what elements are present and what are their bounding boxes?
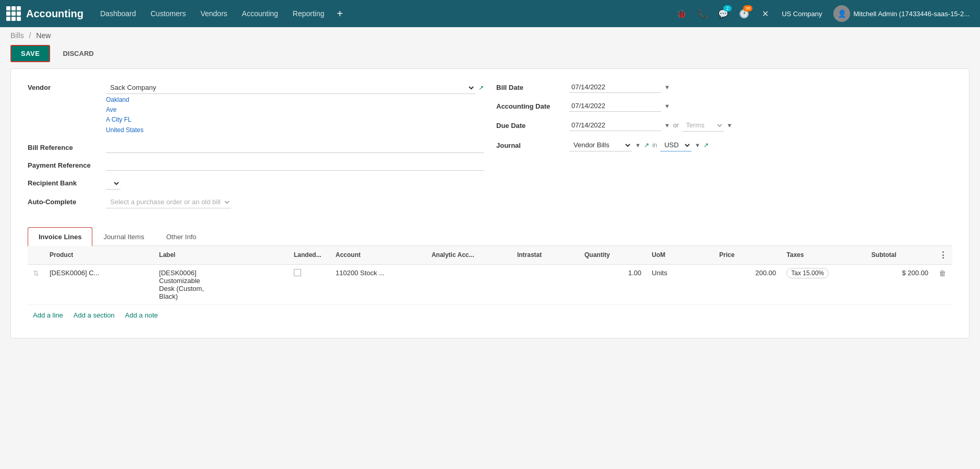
payment-ref-input[interactable] (106, 159, 484, 171)
form-card: Vendor Sack Company ↗ Oakland Ave A City… (10, 68, 970, 338)
add-section-link[interactable]: Add a section (74, 311, 115, 319)
vendor-value: Sack Company ↗ Oakland Ave A City FL Uni… (106, 81, 484, 135)
col-header-subtotal[interactable]: Subtotal (866, 246, 934, 265)
currency-arrow-icon[interactable]: ▼ (695, 142, 700, 148)
nav-accounting[interactable]: Accounting (236, 0, 284, 27)
tab-invoice-lines[interactable]: Invoice Lines (28, 227, 92, 246)
payment-ref-row: Payment Reference (28, 159, 484, 171)
nav-vendors[interactable]: Vendors (194, 0, 233, 27)
currency-select[interactable]: USD (660, 139, 691, 151)
terms-select[interactable]: Terms (682, 119, 724, 132)
journal-label: Journal (496, 142, 569, 149)
form-right: Bill Date ▼ Accounting Date ▼ Due Date (496, 81, 952, 215)
col-header-price[interactable]: Price (714, 246, 781, 265)
user-menu[interactable]: 👤 Mitchell Admin (17433446-saas-15-2... (829, 5, 974, 22)
nav-customers[interactable]: Customers (145, 0, 193, 27)
nav-reporting[interactable]: Reporting (286, 0, 331, 27)
journal-select[interactable]: Vendor Bills (569, 139, 632, 151)
accounting-date-value: ▼ (569, 100, 952, 112)
table-more-icon[interactable]: ⋮ (939, 251, 947, 260)
breadcrumb: Bills / New (0, 27, 980, 42)
auto-complete-row: Auto-Complete Select a purchase order or… (28, 196, 484, 208)
recipient-bank-row: Recipient Bank (28, 177, 484, 190)
table-row: ⇅ [DESK0006] C... [DESK0006] Customizabl… (28, 264, 952, 304)
recipient-bank-label: Recipient Bank (28, 177, 106, 187)
row-landed[interactable] (289, 264, 330, 304)
payment-ref-value (106, 159, 484, 171)
row-label[interactable]: [DESK0006] Customizable Desk (Custom, Bl… (154, 264, 289, 304)
row-account[interactable]: 110200 Stock ... (330, 264, 426, 304)
col-header-intrastat[interactable]: Intrastat (512, 246, 579, 265)
breadcrumb-parent[interactable]: Bills (10, 31, 24, 40)
row-quantity[interactable]: 1.00 (579, 264, 647, 304)
tab-journal-items[interactable]: Journal Items (92, 227, 155, 246)
col-header-taxes[interactable]: Taxes (781, 246, 866, 265)
col-header-product[interactable]: Product (44, 246, 154, 265)
chat-icon-button[interactable]: 💬 2 (714, 4, 733, 23)
currency-ext-link-icon[interactable]: ↗ (703, 142, 709, 149)
save-button[interactable]: SAVE (10, 45, 50, 62)
add-note-link[interactable]: Add a note (125, 311, 158, 319)
delete-row-icon[interactable]: 🗑 (939, 269, 946, 277)
vendor-address: Oakland Ave A City FL United States (106, 95, 484, 135)
app-title: Accounting (26, 8, 83, 20)
row-uom[interactable]: Units (647, 264, 714, 304)
accounting-date-input[interactable] (569, 100, 661, 112)
vendor-row: Vendor Sack Company ↗ Oakland Ave A City… (28, 81, 484, 135)
discard-button[interactable]: DISCARD (56, 46, 100, 61)
col-header-uom[interactable]: UoM (647, 246, 714, 265)
company-selector[interactable]: US Company (776, 10, 827, 18)
col-header-label[interactable]: Label (154, 246, 289, 265)
chat-badge: 2 (723, 5, 732, 11)
nav-icons: 🐞 📞 💬 2 🕐 38 ✕ US Company 👤 Mitchell Adm… (672, 4, 974, 23)
col-header-actions[interactable]: ⋮ (934, 246, 952, 265)
due-date-arrow-icon[interactable]: ▼ (664, 122, 670, 128)
row-taxes[interactable]: Tax 15.00% (781, 264, 866, 304)
auto-complete-select[interactable]: Select a purchase order or an old bill (106, 196, 231, 208)
recipient-bank-value (106, 177, 484, 190)
row-price[interactable]: 200.00 (714, 264, 781, 304)
phone-icon-button[interactable]: 📞 (693, 4, 712, 23)
accounting-date-arrow-icon[interactable]: ▼ (664, 103, 670, 109)
landed-checkbox[interactable] (294, 269, 301, 276)
tab-other-info[interactable]: Other Info (155, 227, 207, 246)
journal-input-group: Vendor Bills ▼ ↗ in USD ▼ ↗ (569, 139, 709, 151)
due-date-label: Due Date (496, 122, 569, 130)
due-date-input[interactable] (569, 120, 661, 131)
journal-value: Vendor Bills ▼ ↗ in USD ▼ ↗ (569, 139, 952, 151)
col-header-landed[interactable]: Landed... (289, 246, 330, 265)
add-line-link[interactable]: Add a line (33, 311, 63, 319)
bill-date-arrow-icon[interactable]: ▼ (664, 84, 670, 90)
row-analytic[interactable] (426, 264, 512, 304)
row-intrastat[interactable] (512, 264, 579, 304)
row-label-line3: Desk (Custom, (159, 285, 283, 292)
tax-badge[interactable]: Tax 15.00% (786, 268, 829, 278)
recipient-bank-select[interactable] (106, 177, 121, 190)
vendor-ext-link-icon[interactable]: ↗ (479, 84, 484, 91)
bug-icon-button[interactable]: 🐞 (672, 4, 691, 23)
bill-ref-row: Bill Reference (28, 142, 484, 153)
nav-dashboard[interactable]: Dashboard (94, 0, 142, 27)
col-header-account[interactable]: Account (330, 246, 426, 265)
clock-icon-button[interactable]: 🕐 38 (735, 4, 754, 23)
bill-ref-input[interactable] (106, 142, 484, 153)
top-nav: Accounting Dashboard Customers Vendors A… (0, 0, 980, 27)
bill-date-input[interactable] (569, 81, 661, 93)
grid-icon[interactable] (6, 6, 21, 21)
vendor-select[interactable]: Sack Company (106, 81, 475, 94)
bill-date-label: Bill Date (496, 84, 569, 91)
col-header-quantity[interactable]: Quantity (579, 246, 647, 265)
accounting-date-row: Accounting Date ▼ (496, 100, 952, 112)
close-icon-button[interactable]: ✕ (756, 4, 774, 23)
journal-arrow-icon[interactable]: ▼ (635, 142, 641, 148)
row-handle[interactable]: ⇅ (28, 264, 44, 304)
row-subtotal: $ 200.00 (866, 264, 934, 304)
journal-ext-link-icon[interactable]: ↗ (644, 142, 649, 149)
terms-arrow-icon[interactable]: ▼ (727, 122, 733, 128)
journal-row: Journal Vendor Bills ▼ ↗ in USD ▼ ↗ (496, 139, 952, 151)
vendor-addr-line3: A City FL (106, 115, 484, 125)
row-product[interactable]: [DESK0006] C... (44, 264, 154, 304)
col-header-analytic[interactable]: Analytic Acc... (426, 246, 512, 265)
vendor-addr-line1: Oakland (106, 95, 484, 105)
nav-add-button[interactable]: + (333, 0, 348, 27)
